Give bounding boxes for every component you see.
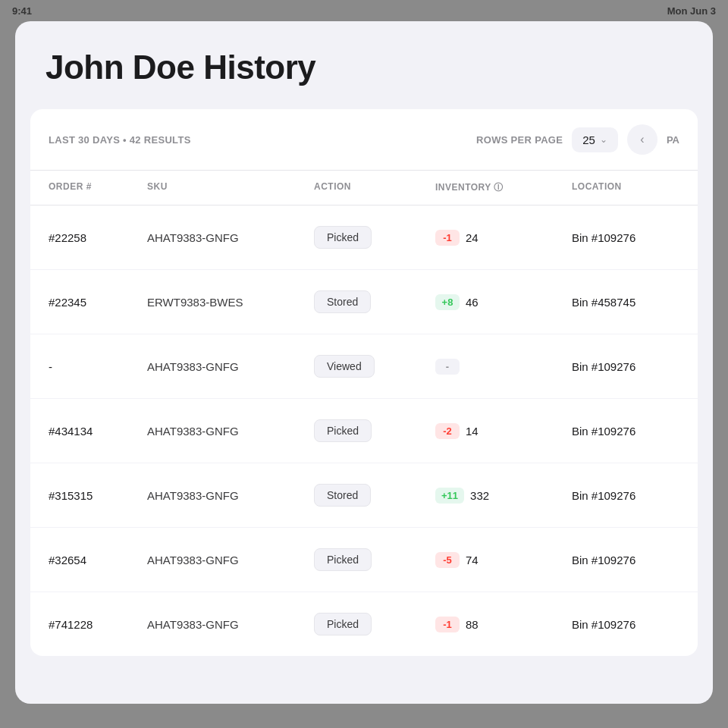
results-info: LAST 30 DAYS • 42 RESULTS <box>49 134 191 146</box>
status-bar: 9:41 Mon Jun 3 <box>0 0 728 21</box>
col-location: LOCATION <box>572 171 698 205</box>
location-value: Bin #109276 <box>572 348 698 385</box>
action-cell: Stored <box>314 472 435 519</box>
inventory-cell: +8 46 <box>435 282 572 322</box>
action-cell: Picked <box>314 407 435 454</box>
action-cell: Stored <box>314 278 435 325</box>
rows-value: 25 <box>582 133 595 146</box>
inventory-cell: -5 74 <box>435 540 572 580</box>
quantity-value: 46 <box>466 296 479 309</box>
action-cell: Picked <box>314 214 435 261</box>
col-order: ORDER # <box>49 171 147 205</box>
col-action: ACTION <box>314 171 435 205</box>
delta-badge: -5 <box>435 552 460 568</box>
location-value: Bin #109276 <box>572 413 698 450</box>
sku-value: AHAT9383-GNFG <box>147 477 314 514</box>
status-date: Mon Jun 3 <box>667 5 716 17</box>
action-badge[interactable]: Picked <box>314 226 372 249</box>
order-number: #741228 <box>49 606 147 643</box>
action-badge[interactable]: Picked <box>314 613 372 635</box>
sku-value: AHAT9383-GNFG <box>147 348 314 385</box>
order-number: #434134 <box>49 413 147 450</box>
order-number: #22258 <box>49 219 147 256</box>
page-label: PA <box>667 134 679 146</box>
col-inventory: INVENTORY ⓘ <box>435 171 572 205</box>
pagination-controls: ROWS PER PAGE 25 ⌄ ‹ PA <box>476 124 679 155</box>
action-badge[interactable]: Picked <box>314 548 372 571</box>
location-value: Bin #109276 <box>572 477 698 514</box>
order-number: #315315 <box>49 477 147 514</box>
inventory-cell: +11 332 <box>435 475 572 516</box>
quantity-value: 88 <box>466 618 479 631</box>
sku-value: AHAT9383-GNFG <box>147 606 314 643</box>
delta-badge: - <box>435 359 460 375</box>
table-row: #22258 AHAT9383-GNFG Picked -1 24 Bin #1… <box>30 206 698 270</box>
chevron-down-icon: ⌄ <box>600 134 607 145</box>
rows-per-page-select[interactable]: 25 ⌄ <box>572 127 618 152</box>
inventory-cell: -2 14 <box>435 411 572 451</box>
col-sku: SKU <box>147 171 314 205</box>
inventory-cell: - <box>435 347 572 387</box>
action-badge[interactable]: Stored <box>314 290 371 313</box>
quantity-value: 332 <box>470 489 489 502</box>
location-value: Bin #458745 <box>572 284 698 321</box>
sku-value: AHAT9383-GNFG <box>147 541 314 579</box>
location-value: Bin #109276 <box>572 606 698 643</box>
location-value: Bin #109276 <box>572 219 698 256</box>
prev-page-button[interactable]: ‹ <box>627 124 657 155</box>
order-number: #22345 <box>49 284 147 321</box>
quantity-value: 14 <box>466 425 479 438</box>
action-badge[interactable]: Picked <box>314 419 372 442</box>
delta-badge: +8 <box>435 294 460 310</box>
delta-badge: +11 <box>435 488 464 504</box>
order-number: #32654 <box>49 541 147 579</box>
delta-badge: -1 <box>435 617 460 632</box>
page-title: John Doe History <box>15 21 713 109</box>
status-time: 9:41 <box>12 5 32 17</box>
sku-value: AHAT9383-GNFG <box>147 413 314 450</box>
table-row: #434134 AHAT9383-GNFG Picked -2 14 Bin #… <box>30 399 698 463</box>
location-value: Bin #109276 <box>572 541 698 579</box>
order-number: - <box>49 348 147 385</box>
rows-per-page-label: ROWS PER PAGE <box>476 134 563 146</box>
quantity-value: 24 <box>466 231 479 244</box>
action-cell: Picked <box>314 536 435 583</box>
action-badge[interactable]: Stored <box>314 484 371 507</box>
table-row: - AHAT9383-GNFG Viewed - Bin #109276 <box>30 334 698 399</box>
main-card: John Doe History LAST 30 DAYS • 42 RESUL… <box>15 21 713 704</box>
table-body: #22258 AHAT9383-GNFG Picked -1 24 Bin #1… <box>30 206 698 656</box>
table-row: #741228 AHAT9383-GNFG Picked -1 88 Bin #… <box>30 592 698 656</box>
action-badge[interactable]: Viewed <box>314 355 375 378</box>
inventory-cell: -1 24 <box>435 218 572 258</box>
sku-value: AHAT9383-GNFG <box>147 219 314 256</box>
action-cell: Picked <box>314 601 435 648</box>
table-row: #22345 ERWT9383-BWES Stored +8 46 Bin #4… <box>30 270 698 334</box>
delta-badge: -2 <box>435 423 460 439</box>
table-row: #32654 AHAT9383-GNFG Picked -5 74 Bin #1… <box>30 528 698 592</box>
sku-value: ERWT9383-BWES <box>147 284 314 321</box>
inventory-cell: -1 88 <box>435 604 572 645</box>
table-container: LAST 30 DAYS • 42 RESULTS ROWS PER PAGE … <box>30 109 698 656</box>
table-toolbar: LAST 30 DAYS • 42 RESULTS ROWS PER PAGE … <box>30 109 698 171</box>
table-row: #315315 AHAT9383-GNFG Stored +11 332 Bin… <box>30 463 698 528</box>
delta-badge: -1 <box>435 230 460 246</box>
action-cell: Viewed <box>314 343 435 390</box>
table-header: ORDER # SKU ACTION INVENTORY ⓘ LOCATION … <box>30 171 698 206</box>
quantity-value: 74 <box>466 554 479 566</box>
